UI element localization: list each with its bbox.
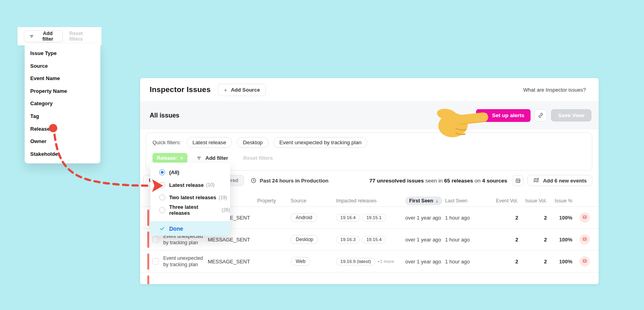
first-seen: over 1 year ago [405,259,445,265]
summary-releases: 65 releases [444,178,473,184]
summary-issues: 77 unresolved issues [369,178,424,184]
active-release-filter-chip[interactable]: Release: × [152,153,187,163]
col-property[interactable]: Property [257,198,291,204]
table-row-partial [140,273,599,284]
filter-menu-item-release[interactable]: Release [25,126,100,132]
filter-menu-item-property-name[interactable]: Property Name [25,88,100,94]
filter-icon [196,155,202,161]
page-title: Inspector Issues [150,85,211,94]
subheader: All issues Set up alerts [140,102,599,129]
issue-vol: 2 [518,259,547,265]
issue-action-button[interactable] [580,234,590,245]
add-source-label: Add Source [231,87,260,93]
release-chip: 19.15.4 [362,236,386,243]
release-option-two-latest[interactable]: Two latest releases (19) [150,191,230,204]
reset-filters-button[interactable]: Reset filters [69,31,96,42]
release-filter-dropdown: (All) Latest release (10) Two latest rel… [150,163,230,236]
col-source[interactable]: Source [291,198,336,204]
add-source-button[interactable]: + Add Source [218,84,266,96]
plus-icon: + [224,87,227,93]
row-checkbox[interactable] [152,258,159,265]
col-event-vol[interactable]: Event Vol. [491,198,518,204]
row-accent-bar [147,232,149,248]
filter-menu-item-source[interactable]: Source [25,63,100,69]
row-accent-bar [147,253,149,270]
timeframe-label: Past 24 hours in Production [260,178,329,184]
copy-link-button[interactable] [535,109,547,122]
issue-action-button[interactable] [580,212,590,223]
filter-menu-item-owner[interactable]: Owner [25,138,100,144]
event-vol: 2 [491,259,518,265]
add-filter-button[interactable]: Add filter [196,155,228,161]
col-first-seen-sorted[interactable]: First Seen↓ [405,196,442,205]
issue-pct: 100% [547,215,572,221]
release-highlight-dot [49,124,57,132]
col-last-seen[interactable]: Last Seen [445,198,491,204]
radio-icon[interactable] [159,207,165,213]
table-view-button[interactable] [513,175,523,186]
summary-sources: 4 sources [482,178,507,184]
filter-menu: Issue Type Source Event Name Property Na… [25,44,100,163]
last-seen: 1 hour ago [445,259,491,265]
release-chip-label: Release: [157,155,177,161]
issue-vol: 2 [518,237,547,243]
filter-menu-item-event-name[interactable]: Event Name [25,75,100,81]
table-grid-icon [515,178,521,184]
add-filter-label: Add filter [38,31,58,42]
row-accent-bar [147,210,149,226]
release-chip: 19.16.4 [336,214,360,222]
help-link[interactable]: What are Inspector issues? [523,87,586,93]
last-seen: 1 hour ago [445,215,491,221]
quick-filters-label: Quick filters: [152,139,181,145]
add-new-events-button[interactable]: Add 6 new events [527,175,592,186]
quick-filter-latest-release[interactable]: Latest release [187,137,232,148]
link-icon [537,112,544,119]
quick-filter-desktop[interactable]: Desktop [237,137,269,148]
bus-icon [582,215,587,220]
col-impacted-releases[interactable]: Impacted releases [336,198,405,204]
radio-icon[interactable] [159,182,165,188]
filter-menu-item-stakeholder[interactable]: Stakeholder [25,151,100,157]
release-option-three-latest[interactable]: Three latest releases (26) [150,204,230,217]
filter-toolbar-overlay: Add filter Reset filters [18,27,101,45]
issue-type: Event unexpected by tracking plan [163,255,208,268]
event-vol: 2 [491,237,518,243]
source-chip: Desktop [291,235,318,244]
release-chip: 19.16.3 [336,236,360,243]
add-filter-button[interactable]: Add filter [24,30,63,42]
table-row[interactable]: Event unexpected by tracking plan MESSAG… [140,251,599,273]
close-icon[interactable]: × [180,155,183,161]
filter-icon [29,34,34,39]
set-up-alerts-label: Set up alerts [492,112,524,118]
add-filter-label: Add filter [205,155,228,161]
issues-summary: 77 unresolved issues seen in 65 releases… [369,178,507,184]
issue-action-button[interactable] [580,256,590,267]
release-option-all[interactable]: (All) [150,166,230,179]
radio-icon[interactable] [159,194,165,200]
release-chip: 19.16.9 (latest) [336,258,375,265]
timeframe[interactable]: Past 24 hours in Production [250,177,329,184]
filter-menu-item-issue-type[interactable]: Issue Type [25,50,100,56]
row-accent-bar [147,275,149,284]
done-button[interactable]: Done [150,221,230,236]
save-view-button[interactable]: Save View [551,109,591,122]
row-checkbox[interactable] [152,236,159,243]
filter-menu-item-tag[interactable]: Tag [25,113,100,119]
quick-filter-event-unexpected[interactable]: Event unexpected by tracking plan [273,137,367,148]
release-option-latest[interactable]: Latest release (10) [150,179,230,192]
col-issue-vol[interactable]: Issue Vol. [518,198,547,204]
add-new-events-label: Add 6 new events [543,178,587,184]
more-releases: +1 more [377,259,394,264]
event-vol: 2 [491,215,518,221]
filter-menu-item-category[interactable]: Category [25,100,100,106]
bus-icon [582,259,587,264]
pointing-hand-emoji [430,96,494,145]
map-icon [533,177,539,184]
radio-selected-icon[interactable] [159,169,165,175]
reset-filters-button[interactable]: Reset filters [243,155,273,161]
col-issue-pct[interactable]: Issue % [547,198,572,204]
source-chip: Web [291,257,310,266]
event-name: MESSAGE_SENT [208,237,257,243]
first-seen: over 1 year ago [405,237,445,243]
summary-seen-in: seen in [425,178,443,184]
